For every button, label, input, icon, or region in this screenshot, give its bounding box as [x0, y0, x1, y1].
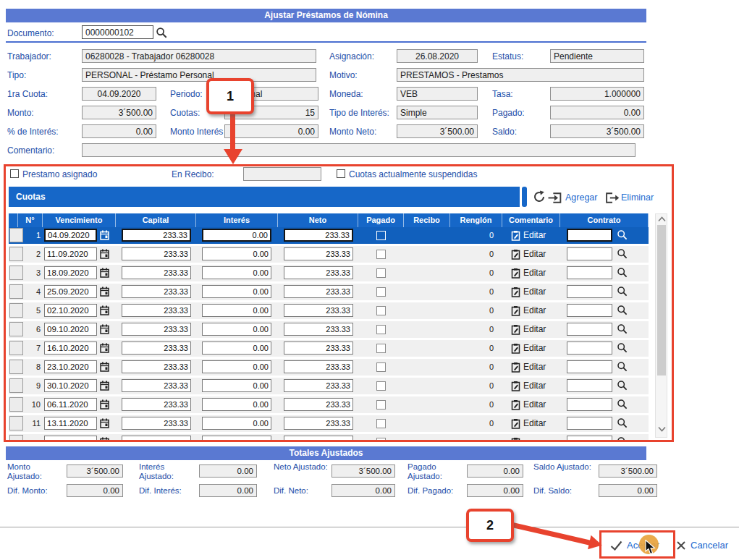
search-icon[interactable]: [617, 342, 628, 353]
interes-input[interactable]: [202, 436, 271, 440]
neto-input[interactable]: [284, 266, 353, 279]
pagado-checkbox[interactable]: [376, 381, 386, 391]
capital-input[interactable]: [122, 229, 191, 242]
interes-input[interactable]: [202, 360, 271, 373]
search-icon[interactable]: [617, 417, 628, 428]
edit-icon[interactable]: [511, 399, 520, 410]
contrato-input[interactable]: [567, 304, 612, 317]
scroll-down-icon[interactable]: [658, 426, 666, 435]
search-icon[interactable]: [617, 380, 628, 391]
contrato-input[interactable]: [567, 229, 612, 242]
capital-input[interactable]: [122, 266, 191, 279]
monto-ajustado-input[interactable]: [67, 464, 123, 478]
capital-input[interactable]: [122, 436, 191, 440]
calendar-icon[interactable]: [100, 399, 109, 410]
edit-icon[interactable]: [511, 268, 520, 279]
dif-monto-input[interactable]: [67, 484, 123, 497]
contrato-input[interactable]: [567, 341, 612, 355]
capital-input[interactable]: [122, 341, 191, 355]
vencimiento-input[interactable]: [44, 323, 97, 336]
en-recibo-input[interactable]: [243, 167, 321, 181]
row-selector[interactable]: [9, 435, 23, 440]
edit-icon[interactable]: [511, 418, 520, 429]
dif-neto-input[interactable]: [332, 484, 395, 497]
calendar-icon[interactable]: [100, 381, 109, 391]
search-icon[interactable]: [617, 229, 628, 240]
table-row[interactable]: 40Editar: [9, 284, 649, 300]
table-row[interactable]: 110Editar: [9, 415, 649, 432]
table-row[interactable]: 10Editar: [9, 227, 649, 244]
editar-button[interactable]: Editar: [523, 396, 546, 413]
saldo-ajustado-input[interactable]: [599, 464, 657, 478]
dif-pagado-input[interactable]: [467, 484, 523, 497]
capital-input[interactable]: [122, 247, 191, 260]
vencimiento-input[interactable]: [44, 266, 97, 279]
contrato-input[interactable]: [567, 247, 612, 260]
editar-button[interactable]: Editar: [523, 302, 546, 319]
contrato-input[interactable]: [567, 398, 612, 411]
calendar-icon[interactable]: [100, 230, 109, 240]
trabajador-input[interactable]: [82, 49, 316, 63]
edit-icon[interactable]: [511, 343, 520, 354]
comentario-input[interactable]: [82, 143, 635, 157]
edit-icon[interactable]: [511, 230, 520, 241]
editar-button[interactable]: Editar: [523, 415, 546, 432]
contrato-input[interactable]: [567, 285, 612, 298]
tasa-input[interactable]: [550, 87, 644, 101]
vencimiento-input[interactable]: [44, 417, 97, 430]
vencimiento-input[interactable]: [44, 304, 97, 317]
tipo-interes-input[interactable]: [397, 106, 478, 119]
editar-button[interactable]: Editar: [523, 246, 546, 263]
vencimiento-input[interactable]: [44, 341, 97, 355]
calendar-icon[interactable]: [100, 343, 109, 353]
search-icon[interactable]: [156, 27, 167, 38]
editar-button[interactable]: Editar: [523, 378, 546, 394]
motivo-input[interactable]: [397, 68, 644, 82]
dif-saldo-input[interactable]: [599, 484, 657, 497]
capital-input[interactable]: [122, 304, 191, 317]
vencimiento-input[interactable]: [44, 285, 97, 298]
pagado-checkbox[interactable]: [376, 325, 386, 334]
splitter-grip[interactable]: [522, 187, 527, 207]
capital-input[interactable]: [122, 398, 191, 411]
neto-input[interactable]: [284, 341, 353, 355]
scroll-up-icon[interactable]: [658, 216, 666, 225]
tipo-input[interactable]: [82, 68, 316, 82]
scrollbar-thumb[interactable]: [657, 225, 666, 376]
estatus-input[interactable]: [550, 49, 644, 63]
cuotas-suspendidas-checkbox[interactable]: [337, 169, 345, 178]
neto-input[interactable]: [284, 229, 353, 242]
editar-button[interactable]: Editar: [523, 340, 546, 357]
edit-icon[interactable]: [511, 324, 520, 335]
calendar-icon[interactable]: [100, 249, 109, 259]
editar-button[interactable]: Editar: [523, 227, 546, 244]
pagado-checkbox[interactable]: [376, 231, 386, 240]
capital-input[interactable]: [122, 323, 191, 336]
table-row[interactable]: 50Editar: [9, 302, 649, 319]
pct-interes-input[interactable]: [82, 124, 156, 138]
contrato-input[interactable]: [567, 360, 612, 373]
calendar-icon[interactable]: [100, 437, 109, 440]
vencimiento-input[interactable]: [44, 436, 97, 440]
calendar-icon[interactable]: [100, 324, 109, 334]
saldo-input[interactable]: [550, 124, 644, 138]
eliminar-button[interactable]: Eliminar: [621, 192, 654, 203]
monto-interes-input[interactable]: [224, 124, 318, 138]
calendar-icon[interactable]: [100, 287, 109, 297]
neto-input[interactable]: [284, 417, 353, 430]
contrato-input[interactable]: [567, 266, 612, 279]
pagado-checkbox[interactable]: [376, 306, 386, 315]
delete-row-icon[interactable]: [605, 192, 620, 204]
interes-input[interactable]: [202, 379, 271, 392]
interes-input[interactable]: [202, 341, 271, 355]
interes-input[interactable]: [202, 323, 271, 336]
vencimiento-input[interactable]: [44, 379, 97, 392]
primera-cuota-input[interactable]: [82, 87, 156, 101]
pagado-ajustado-input[interactable]: [467, 464, 523, 478]
contrato-input[interactable]: [567, 417, 612, 430]
neto-input[interactable]: [284, 247, 353, 260]
search-icon[interactable]: [617, 286, 628, 297]
cancelar-button[interactable]: Cancelar: [691, 540, 728, 551]
contrato-input[interactable]: [567, 436, 612, 440]
refresh-icon[interactable]: [533, 190, 546, 203]
